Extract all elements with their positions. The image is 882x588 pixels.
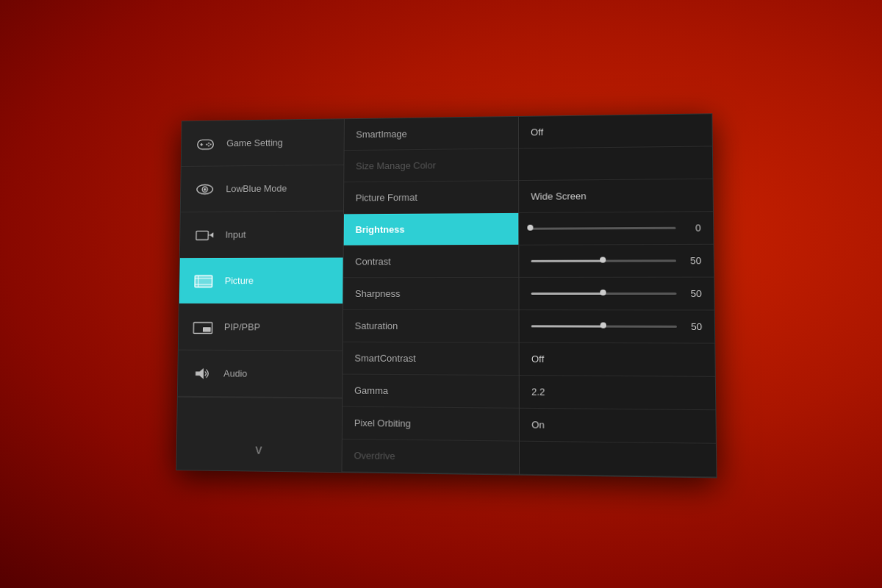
menu-item-sharpness[interactable]: Sharpness <box>343 278 518 310</box>
left-nav-panel: Game Setting LowBlue Mode <box>176 119 345 472</box>
sharpness-slider[interactable]: 50 <box>531 288 702 299</box>
value-item-saturation[interactable]: 50 <box>520 310 715 343</box>
brightness-slider-track <box>531 227 675 230</box>
contrast-slider-value: 50 <box>682 255 701 266</box>
svg-point-6 <box>206 143 207 145</box>
value-item-picture-format: Wide Screen <box>519 179 713 213</box>
value-item-brightness[interactable]: 0 <box>519 212 713 245</box>
saturation-slider-track <box>531 325 677 328</box>
svg-point-3 <box>208 142 209 143</box>
menu-label-smartcontrast: SmartContrast <box>354 353 415 364</box>
chevron-down-icon[interactable]: v <box>255 442 262 457</box>
brightness-slider[interactable]: 0 <box>531 222 700 234</box>
value-text-size-manage <box>531 164 576 165</box>
menu-item-brightness[interactable]: Brightness <box>344 213 519 246</box>
svg-rect-14 <box>195 276 212 287</box>
nav-label-input: Input <box>226 229 246 240</box>
nav-item-game-setting[interactable]: Game Setting <box>182 119 344 167</box>
value-item-overdrive <box>520 442 717 478</box>
menu-label-overdrive: Overdrive <box>354 450 395 462</box>
menu-label-contrast: Contrast <box>355 256 391 267</box>
eye-icon <box>192 179 218 198</box>
value-item-size-manage <box>519 146 712 181</box>
menu-label-size-manage: Size Manage Color <box>356 159 436 171</box>
saturation-slider[interactable]: 50 <box>531 320 703 332</box>
svg-point-5 <box>208 145 209 146</box>
nav-label-picture: Picture <box>225 275 254 286</box>
nav-label-audio: Audio <box>223 368 247 379</box>
menu-item-smartcontrast[interactable]: SmartContrast <box>343 343 518 376</box>
menu-item-pixel-orbiting[interactable]: Pixel Orbiting <box>343 407 519 442</box>
osd-menu: Game Setting LowBlue Mode <box>176 113 717 478</box>
value-text-pixel-orbiting: On <box>531 419 576 431</box>
picture-icon <box>190 270 216 290</box>
value-item-smartcontrast: Off <box>520 343 715 377</box>
svg-point-9 <box>204 187 207 190</box>
nav-item-lowblue[interactable]: LowBlue Mode <box>181 165 344 212</box>
sharpness-slider-value: 50 <box>683 288 702 299</box>
menu-item-overdrive: Overdrive <box>343 440 520 475</box>
value-item-contrast[interactable]: 50 <box>519 245 714 278</box>
value-text-smartimage: Off <box>531 126 576 138</box>
value-item-gamma: 2.2 <box>520 376 716 410</box>
menu-item-gamma[interactable]: Gamma <box>343 375 519 409</box>
svg-point-4 <box>210 143 212 145</box>
nav-item-audio[interactable]: Audio <box>178 351 343 398</box>
svg-rect-10 <box>196 231 208 240</box>
menu-item-saturation[interactable]: Saturation <box>343 310 519 343</box>
nav-label-lowblue: LowBlue Mode <box>226 183 287 194</box>
contrast-slider[interactable]: 50 <box>531 255 702 267</box>
brightness-slider-value: 0 <box>682 222 701 233</box>
input-icon <box>191 225 217 245</box>
nav-item-input[interactable]: Input <box>180 211 343 258</box>
middle-menu-panel: SmartImage Size Manage Color Picture For… <box>343 117 520 475</box>
menu-item-size-manage: Size Manage Color <box>344 148 518 182</box>
contrast-slider-fill <box>531 260 603 262</box>
value-text-smartcontrast: Off <box>531 354 576 365</box>
menu-label-sharpness: Sharpness <box>355 288 401 299</box>
saturation-slider-fill <box>531 325 603 327</box>
menu-label-pixel-orbiting: Pixel Orbiting <box>354 417 411 429</box>
menu-label-smartimage: SmartImage <box>356 129 407 140</box>
menu-item-picture-format[interactable]: Picture Format <box>344 181 518 214</box>
value-item-sharpness[interactable]: 50 <box>519 278 714 311</box>
menu-label-saturation: Saturation <box>355 320 398 331</box>
sharpness-slider-fill <box>531 293 603 295</box>
contrast-slider-track <box>531 259 676 262</box>
nav-bottom-area: v <box>176 397 342 472</box>
menu-item-smartimage[interactable]: SmartImage <box>345 117 518 151</box>
value-text-gamma: 2.2 <box>531 386 576 398</box>
saturation-slider-value: 50 <box>683 321 702 332</box>
nav-item-picture[interactable]: Picture <box>179 258 343 304</box>
sharpness-slider-track <box>531 293 677 295</box>
value-text-picture-format: Wide Screen <box>531 190 586 202</box>
nav-label-game-setting: Game Setting <box>226 137 283 148</box>
value-item-smartimage: Off <box>519 114 712 148</box>
nav-item-pip[interactable]: PIP/PBP <box>179 304 343 351</box>
menu-label-gamma: Gamma <box>354 385 388 396</box>
audio-icon <box>190 363 215 384</box>
nav-label-pip: PIP/PBP <box>224 321 260 332</box>
value-text-overdrive <box>531 458 577 459</box>
right-value-panel: Off Wide Screen 0 50 <box>519 114 717 477</box>
svg-rect-19 <box>203 327 211 331</box>
pip-icon <box>190 317 215 337</box>
menu-label-brightness: Brightness <box>355 224 404 235</box>
menu-item-contrast[interactable]: Contrast <box>343 245 518 278</box>
svg-marker-20 <box>196 368 204 379</box>
svg-marker-11 <box>209 232 213 237</box>
value-item-pixel-orbiting: On <box>520 409 716 444</box>
gamepad-icon <box>193 134 218 154</box>
menu-label-picture-format: Picture Format <box>356 192 417 203</box>
